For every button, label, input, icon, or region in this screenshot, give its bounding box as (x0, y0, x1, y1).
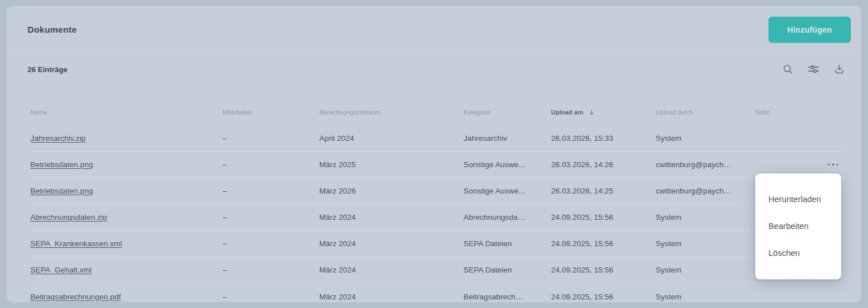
cell-upload-am: 24.09.2025, 15:56 (551, 213, 656, 222)
download-icon[interactable] (833, 62, 846, 76)
cell-zeitraum: April 2024 (319, 134, 463, 143)
table-row: Jahresarchiv.zip – April 2024 Jahresarch… (30, 125, 844, 152)
table-body: Jahresarchiv.zip – April 2024 Jahresarch… (30, 125, 844, 302)
cell-zeitraum: März 2024 (319, 293, 463, 301)
cell-kategorie: SEPA Dateien (463, 239, 551, 248)
cell-mitarbeiter: – (223, 160, 319, 169)
cell-zeitraum: März 2025 (319, 160, 463, 169)
entries-count: 26 Einträge (27, 65, 68, 74)
toolbar: 26 Einträge (7, 54, 861, 85)
document-link[interactable]: Abrechnungsdaten.zip (30, 213, 107, 222)
menu-item-bearbeiten[interactable]: Bearbeiten (755, 212, 841, 239)
cell-notiz (755, 161, 844, 168)
cell-mitarbeiter: – (223, 134, 319, 143)
cell-upload-durch: System (656, 134, 755, 143)
cell-upload-am: 24.09.2025, 15:56 (551, 266, 656, 274)
cell-mitarbeiter: – (223, 239, 319, 248)
table-row: SEPA_Gehalt.xml – März 2024 SEPA Dateien… (30, 257, 844, 283)
cell-mitarbeiter: – (223, 293, 319, 301)
cell-upload-am: 26.03.2026, 15:33 (551, 134, 656, 143)
cell-upload-durch: System (656, 239, 755, 248)
column-header-upload-durch[interactable]: Upload durch (656, 109, 755, 116)
cell-name: Beitragsabrechnungen.pdf (30, 293, 223, 301)
table-row: Beitragsabrechnungen.pdf – März 2024 Bei… (30, 283, 844, 302)
filter-icon[interactable] (806, 62, 821, 76)
page-title: Dokumente (27, 25, 77, 35)
column-header-upload-am-label: Upload am (551, 109, 583, 116)
cell-name: Betriebsdaten.png (30, 160, 223, 169)
document-link[interactable]: SEPA_Gehalt.xml (30, 266, 92, 274)
cell-upload-am: 24.09.2025, 15:56 (551, 293, 656, 301)
column-header-kategorie[interactable]: Kategorie (463, 109, 551, 116)
document-link[interactable]: Betriebsdaten.png (30, 187, 93, 195)
cell-zeitraum: März 2024 (319, 213, 463, 222)
cell-name: SEPA_Gehalt.xml (30, 266, 223, 274)
cell-zeitraum: März 2026 (319, 187, 463, 195)
cell-mitarbeiter: – (223, 187, 319, 195)
row-actions-icon[interactable] (827, 161, 840, 168)
cell-upload-durch: cwittenburg@paych… (656, 187, 755, 195)
cell-name: Betriebsdaten.png (30, 187, 223, 195)
toolbar-icon-group (781, 62, 846, 76)
search-icon[interactable] (781, 62, 795, 76)
table-header-row: Name Mitarbeiter Abrechnungszeitraum Kat… (30, 104, 844, 121)
cell-upload-durch: System (656, 213, 755, 222)
sort-descending-icon (588, 109, 595, 116)
document-link[interactable]: Betriebsdaten.png (30, 160, 93, 169)
column-header-upload-am[interactable]: Upload am (551, 109, 656, 116)
cell-kategorie: Beitragsabrech… (463, 293, 551, 301)
table-row: SEPA_Krankenkassen.xml – März 2024 SEPA … (30, 231, 844, 257)
column-header-notiz[interactable]: Notiz (755, 109, 844, 116)
column-header-abrechnungszeitraum[interactable]: Abrechnungszeitraum (319, 109, 463, 116)
column-header-name[interactable]: Name (30, 109, 223, 116)
cell-upload-durch: System (656, 266, 755, 274)
table-row: Betriebsdaten.png – März 2025 Sonstige A… (30, 152, 844, 178)
cell-name: SEPA_Krankenkassen.xml (30, 239, 223, 248)
cell-upload-am: 26.03.2026, 14:25 (551, 187, 656, 195)
card-header: Dokumente Hinzufügen (7, 6, 861, 54)
cell-upload-am: 24.09.2025, 15:56 (551, 239, 656, 248)
cell-upload-durch: cwittenburg@paych… (656, 160, 755, 169)
cell-name: Jahresarchiv.zip (30, 134, 223, 143)
table-row: Betriebsdaten.png – März 2026 Sonstige A… (30, 178, 844, 204)
menu-item-loeschen[interactable]: Löschen (755, 239, 841, 266)
cell-kategorie: Sonstige Auswe… (463, 160, 551, 169)
add-button[interactable]: Hinzufügen (768, 17, 851, 43)
table-row: Abrechnungsdaten.zip – März 2024 Abrechn… (30, 204, 844, 231)
cell-zeitraum: März 2024 (319, 239, 463, 248)
cell-upload-durch: System (656, 293, 755, 301)
document-link[interactable]: SEPA_Krankenkassen.xml (30, 239, 122, 248)
menu-item-herunterladen[interactable]: Herunterladen (755, 185, 841, 212)
cell-mitarbeiter: – (223, 213, 319, 222)
cell-upload-am: 26.03.2026, 14:26 (551, 160, 656, 169)
cell-kategorie: Sonstige Auswe… (463, 187, 551, 195)
row-context-menu: Herunterladen Bearbeiten Löschen (755, 173, 841, 279)
cell-zeitraum: März 2024 (319, 266, 463, 274)
document-link[interactable]: Jahresarchiv.zip (30, 134, 86, 143)
documents-card: Dokumente Hinzufügen 26 Einträge (7, 6, 861, 302)
cell-mitarbeiter: – (223, 266, 319, 274)
document-link[interactable]: Beitragsabrechnungen.pdf (30, 293, 121, 301)
column-header-mitarbeiter[interactable]: Mitarbeiter (223, 109, 319, 116)
cell-kategorie: SEPA Dateien (463, 266, 551, 274)
cell-name: Abrechnungsdaten.zip (30, 213, 223, 222)
documents-table: Name Mitarbeiter Abrechnungszeitraum Kat… (7, 104, 861, 302)
cell-kategorie: Jahresarchiv (463, 134, 551, 143)
cell-kategorie: Abrechnungsda… (463, 213, 551, 222)
